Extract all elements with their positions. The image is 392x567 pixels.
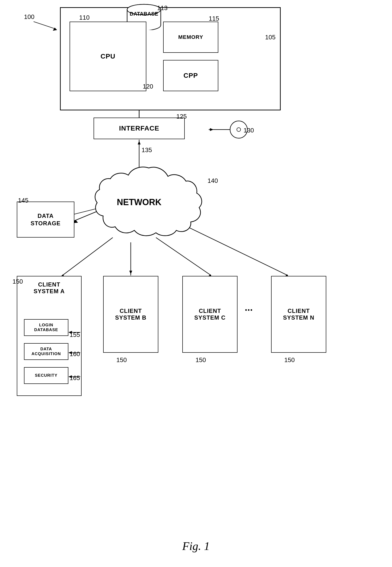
svg-marker-40 — [68, 331, 72, 334]
svg-marker-13 — [210, 128, 213, 131]
ref-145: 145 — [18, 197, 28, 204]
data-storage-label: DATASTORAGE — [30, 212, 60, 227]
ref-125: 125 — [176, 113, 187, 120]
cpu-label: CPU — [100, 53, 115, 60]
interface-label: INTERFACE — [119, 125, 159, 132]
network-cloud: NETWORK — [91, 163, 206, 245]
svg-line-37 — [34, 22, 55, 29]
client-n-label: CLIENTSYSTEM N — [283, 308, 315, 321]
data-storage-box: DATASTORAGE — [17, 201, 74, 238]
interface-box: INTERFACE — [94, 118, 185, 139]
ref165-arrow — [68, 373, 83, 383]
ref-150d: 150 — [284, 356, 294, 364]
ref100-arrow — [24, 14, 72, 34]
ref-113: 113 — [157, 4, 168, 12]
client-b-label: CLIENTSYSTEM B — [115, 308, 147, 321]
ref160-arrow — [68, 349, 83, 359]
login-db-box: LOGINDATABASE — [24, 319, 68, 336]
network-label: NETWORK — [117, 197, 161, 207]
fig-caption: Fig. 1 — [182, 539, 210, 553]
memory-box: MEMORY — [163, 22, 218, 53]
svg-marker-44 — [68, 375, 72, 378]
data-acq-box: DATAACQUISITION — [24, 343, 68, 360]
login-db-label: LOGINDATABASE — [34, 323, 58, 332]
ref-115: 115 — [209, 15, 219, 22]
ref-135: 135 — [141, 146, 152, 154]
svg-marker-42 — [68, 351, 72, 354]
svg-marker-19 — [129, 271, 132, 274]
ref-120: 120 — [143, 83, 153, 90]
diagram-container: DATABASE CPU MEMORY CPP INTERFACE NETWOR… — [0, 0, 392, 567]
ref-150b: 150 — [116, 356, 127, 364]
client-c-label: CLIENTSYSTEM C — [194, 308, 226, 321]
ref-105: 105 — [265, 34, 275, 41]
svg-point-36 — [237, 128, 241, 131]
client-c-box: CLIENTSYSTEM C — [182, 276, 238, 353]
ref-150a: 150 — [13, 278, 23, 285]
security-box: SECURITY — [24, 367, 68, 384]
memory-label: MEMORY — [178, 34, 203, 40]
ref-110: 110 — [79, 14, 89, 21]
client-n-box: CLIENTSYSTEM N — [271, 276, 326, 353]
data-acq-label: DATAACQUISITION — [31, 347, 61, 356]
svg-marker-11 — [138, 141, 140, 144]
cpp-label: CPP — [183, 72, 198, 79]
ref-150c: 150 — [196, 356, 206, 364]
cpu-box: CPU — [70, 22, 146, 91]
cpp-box: CPP — [163, 60, 218, 91]
ref-130: 130 — [243, 127, 254, 134]
ellipsis: ··· — [245, 305, 253, 315]
client-b-box: CLIENTSYSTEM B — [103, 276, 158, 353]
client-a-title: CLIENTSYSTEM A — [34, 281, 65, 295]
ref-140: 140 — [208, 177, 218, 184]
security-label: SECURITY — [35, 373, 57, 378]
ref155-arrow — [68, 327, 83, 337]
